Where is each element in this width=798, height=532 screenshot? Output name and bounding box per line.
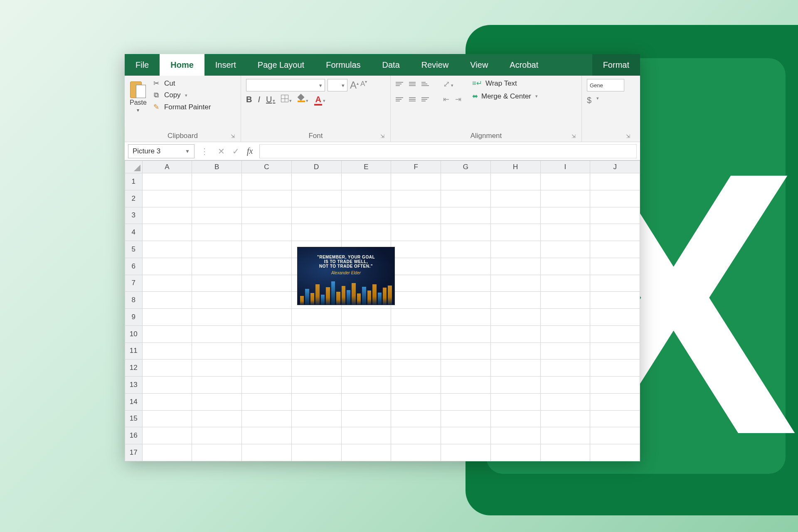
cell[interactable] (540, 292, 590, 309)
formula-input[interactable] (259, 144, 637, 158)
border-button[interactable]: ▾ (281, 95, 292, 104)
cell[interactable] (242, 275, 292, 292)
tab-format[interactable]: Format (592, 54, 640, 76)
cell[interactable] (540, 377, 590, 394)
cell[interactable] (291, 444, 341, 461)
cell[interactable] (441, 393, 491, 410)
cell[interactable] (590, 241, 640, 258)
row-header[interactable]: 1 (125, 173, 143, 190)
cell[interactable] (590, 224, 640, 241)
column-header[interactable]: F (391, 161, 441, 173)
tab-home[interactable]: Home (160, 54, 204, 76)
cell[interactable] (441, 427, 491, 444)
cell[interactable] (391, 410, 441, 427)
cell[interactable] (291, 410, 341, 427)
cell[interactable] (391, 393, 441, 410)
fill-color-button[interactable]: ▾ (298, 95, 308, 104)
row-header[interactable]: 9 (125, 309, 143, 326)
cell[interactable] (242, 377, 292, 394)
cell[interactable] (391, 325, 441, 342)
cell[interactable] (490, 377, 540, 394)
merge-center-button[interactable]: ⬌ Merge & Center ▾ (472, 92, 538, 101)
cell[interactable] (540, 410, 590, 427)
cell[interactable] (540, 393, 590, 410)
cell[interactable] (490, 309, 540, 326)
cell[interactable] (242, 309, 292, 326)
cell[interactable] (142, 393, 192, 410)
cell[interactable] (590, 309, 640, 326)
tab-page-layout[interactable]: Page Layout (247, 54, 315, 76)
font-name-combo[interactable]: ▾ (246, 79, 325, 91)
cell[interactable] (441, 325, 491, 342)
cell[interactable] (490, 325, 540, 342)
cell[interactable] (192, 309, 242, 326)
cell[interactable] (291, 309, 341, 326)
tab-data[interactable]: Data (372, 54, 411, 76)
cell[interactable] (192, 275, 242, 292)
cut-button[interactable]: ✂ Cut (152, 79, 211, 88)
cell[interactable] (341, 173, 391, 190)
row-header[interactable]: 3 (125, 207, 143, 224)
cell[interactable] (540, 258, 590, 275)
cell[interactable] (242, 258, 292, 275)
cell[interactable] (391, 342, 441, 360)
enter-formula-button[interactable]: ✓ (232, 146, 239, 156)
cell[interactable] (441, 173, 491, 190)
align-right-button[interactable] (421, 97, 429, 101)
copy-button[interactable]: ⧉ Copy ▾ (152, 91, 211, 99)
cell[interactable] (441, 241, 491, 258)
format-painter-button[interactable]: ✎ Format Painter (152, 103, 211, 111)
wrap-text-button[interactable]: ≡↵ Wrap Text (472, 79, 538, 88)
column-header[interactable]: D (291, 161, 341, 173)
cell[interactable] (142, 173, 192, 190)
cell[interactable] (341, 309, 391, 326)
cell[interactable] (391, 444, 441, 461)
column-header[interactable]: E (341, 161, 391, 173)
cell[interactable] (540, 173, 590, 190)
row-header[interactable]: 12 (125, 360, 143, 377)
cell[interactable] (590, 207, 640, 224)
cell[interactable] (341, 377, 391, 394)
cell[interactable] (540, 444, 590, 461)
cell[interactable] (341, 190, 391, 207)
cell[interactable] (590, 190, 640, 207)
cell[interactable] (490, 241, 540, 258)
cell[interactable] (341, 325, 391, 342)
cell[interactable] (242, 173, 292, 190)
increase-font-button[interactable]: A▴ (350, 79, 359, 91)
row-header[interactable]: 7 (125, 275, 143, 292)
cell[interactable] (341, 207, 391, 224)
column-header[interactable]: G (441, 161, 491, 173)
cell[interactable] (391, 207, 441, 224)
cell[interactable] (192, 377, 242, 394)
tab-view[interactable]: View (459, 54, 499, 76)
cell[interactable] (441, 258, 491, 275)
row-header[interactable]: 10 (125, 325, 143, 342)
cell[interactable] (242, 241, 292, 258)
cell[interactable] (142, 292, 192, 309)
cell[interactable] (291, 325, 341, 342)
cell[interactable] (590, 275, 640, 292)
cell[interactable] (142, 444, 192, 461)
column-header[interactable]: A (142, 161, 192, 173)
cell[interactable] (192, 258, 242, 275)
cell[interactable] (291, 393, 341, 410)
column-header[interactable]: B (192, 161, 242, 173)
cell[interactable] (540, 360, 590, 377)
cell[interactable] (291, 427, 341, 444)
embedded-picture[interactable]: "REMEMBER, YOUR GOAL IS TO TRADE WELL, N… (297, 247, 395, 305)
cell[interactable] (291, 190, 341, 207)
cell[interactable] (391, 241, 441, 258)
increase-indent-button[interactable]: ⇥ (455, 95, 461, 104)
cancel-formula-button[interactable]: ✕ (218, 146, 225, 156)
tab-formulas[interactable]: Formulas (315, 54, 371, 76)
tab-review[interactable]: Review (411, 54, 460, 76)
row-header[interactable]: 4 (125, 224, 143, 241)
cell[interactable] (391, 360, 441, 377)
cell[interactable] (590, 377, 640, 394)
align-top-button[interactable] (396, 82, 403, 86)
font-size-combo[interactable]: ▾ (328, 79, 347, 91)
name-box[interactable]: Picture 3 ▼ (128, 144, 195, 158)
cell[interactable] (441, 224, 491, 241)
cell[interactable] (142, 258, 192, 275)
